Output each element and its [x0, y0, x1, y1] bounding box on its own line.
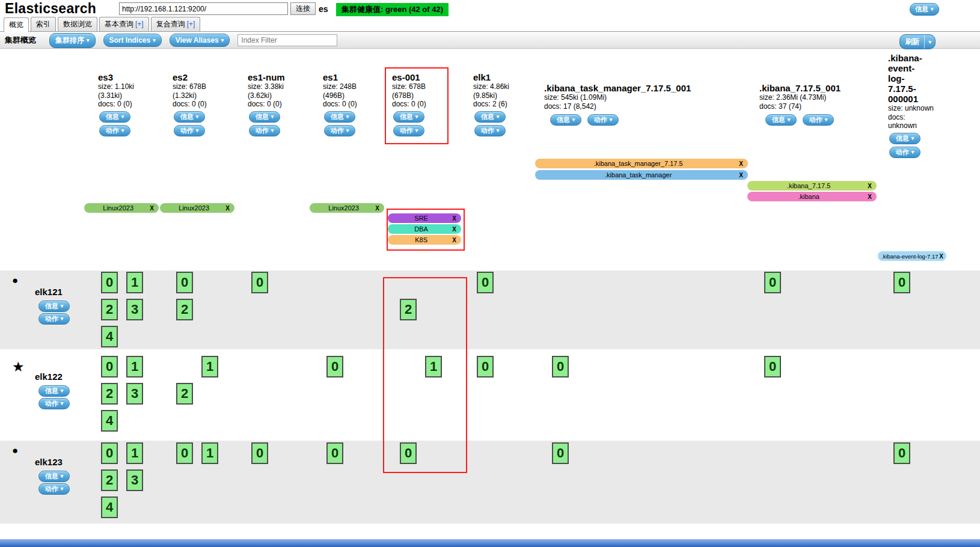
tab-structured-query[interactable]: 基本查询[+] [99, 17, 149, 31]
shard-es3-2[interactable]: 2 [101, 299, 118, 320]
shard-es3-1[interactable]: 1 [126, 442, 143, 464]
index-info-dropdown[interactable]: 信息▾ [174, 111, 205, 123]
cluster-sort-dropdown[interactable]: 集群排序 ▾ [49, 33, 96, 48]
index-action-dropdown[interactable]: 动作▾ [174, 125, 205, 136]
shard-es2-2[interactable]: 2 [176, 383, 193, 405]
shard-kibana-task-manager-7-17-5-001-0[interactable]: 0 [552, 356, 569, 377]
index-filter-input[interactable] [237, 34, 337, 46]
index-info-dropdown[interactable]: 信息▾ [889, 133, 920, 144]
alias-pill-k8s: K8SX [388, 235, 461, 245]
shard-es3-0[interactable]: 0 [101, 442, 118, 464]
shard-kibana-task-manager-7-17-5-001-0[interactable]: 0 [552, 442, 569, 464]
index-info-dropdown[interactable]: 信息▾ [393, 111, 424, 123]
index-info-dropdown[interactable]: 信息▾ [324, 111, 355, 123]
shard-elk1-0[interactable]: 0 [477, 272, 494, 293]
index-info-dropdown[interactable]: 信息▾ [765, 114, 797, 126]
url-input[interactable] [119, 2, 288, 15]
tab-indices[interactable]: 索引 [31, 17, 56, 31]
shard-es1-0[interactable]: 0 [326, 356, 343, 377]
shard-es3-3[interactable]: 3 [126, 299, 143, 320]
shard-es3-2[interactable]: 2 [101, 383, 118, 405]
index-action-dropdown[interactable]: 动作▾ [324, 125, 355, 136]
alias-remove-button[interactable]: X [739, 172, 743, 179]
node-action-dropdown[interactable]: 动作▾ [38, 313, 70, 325]
dropdown-caret-icon: ▾ [61, 304, 64, 309]
refresh-button[interactable]: 刷新 [900, 35, 924, 49]
alias-label: Linux2023 [160, 204, 224, 212]
shard-es2-0[interactable]: 0 [176, 442, 193, 464]
alias-remove-button[interactable]: X [868, 194, 872, 200]
node-info-dropdown-label: 信息 [45, 302, 58, 311]
node-action-dropdown[interactable]: 动作▾ [38, 483, 70, 495]
sort-indices-dropdown[interactable]: Sort Indices ▾ [103, 34, 162, 47]
index-action-dropdown-label: 动作 [180, 126, 194, 135]
tab-browser[interactable]: 数据浏览 [58, 17, 97, 31]
alias-remove-button[interactable]: X [939, 253, 943, 260]
index-info-dropdown-label: 信息 [106, 112, 119, 121]
alias-remove-button[interactable]: X [452, 226, 456, 233]
index-header-es-001: es-001size: 678B(678B)docs: 0 (0)信息▾动作▾ [392, 72, 461, 136]
view-aliases-label: View Aliases [176, 36, 219, 44]
shard-es1-num-0[interactable]: 0 [251, 442, 268, 464]
index-meta: docs: 0 (0) [323, 100, 392, 109]
shard-es3-0[interactable]: 0 [101, 356, 118, 377]
node-action-dropdown[interactable]: 动作▾ [38, 398, 70, 409]
shard-es3-4[interactable]: 4 [101, 410, 118, 432]
shard-es3-0[interactable]: 0 [101, 272, 118, 293]
index-meta: size: 2.36Mi (4.73Mi) [759, 93, 886, 102]
index-action-dropdown[interactable]: 动作▾ [249, 125, 280, 136]
shard-kibana-event-log-7-17-5-000001-0[interactable]: 0 [893, 272, 910, 293]
index-info-dropdown[interactable]: 信息▾ [249, 111, 280, 123]
shard-es3-4[interactable]: 4 [101, 497, 118, 518]
shard-kibana-7-17-5-001-0[interactable]: 0 [764, 272, 781, 293]
refresh-split-button[interactable]: 刷新 ▾ [899, 34, 936, 49]
node-info-dropdown[interactable]: 信息▾ [38, 471, 70, 482]
index-info-dropdown-label: 信息 [557, 115, 570, 124]
index-info-dropdown[interactable]: 信息▾ [474, 111, 506, 123]
shard-es3-3[interactable]: 3 [126, 469, 143, 491]
tab-overview[interactable]: 概览 [4, 17, 29, 32]
index-name: .kibana-event-log-7.17.5-000001 [888, 53, 945, 104]
index-action-dropdown[interactable]: 动作▾ [474, 125, 506, 136]
shard-es3-3[interactable]: 3 [126, 383, 143, 405]
shard-es2-1[interactable]: 1 [201, 442, 218, 464]
refresh-dropdown-button[interactable]: ▾ [924, 35, 935, 49]
index-meta: docs: 2 (6) [473, 100, 542, 109]
shard-kibana-7-17-5-001-0[interactable]: 0 [764, 356, 781, 377]
node-info-dropdown[interactable]: 信息▾ [38, 301, 70, 312]
shard-es2-1[interactable]: 1 [201, 356, 218, 377]
alias-remove-button[interactable]: X [452, 237, 456, 243]
view-aliases-dropdown[interactable]: View Aliases ▾ [170, 34, 230, 47]
index-info-dropdown[interactable]: 信息▾ [550, 114, 581, 126]
horizontal-scrollbar[interactable] [0, 539, 980, 547]
shard-es3-2[interactable]: 2 [101, 469, 118, 491]
shard-es-001-1[interactable]: 1 [425, 356, 442, 377]
shard-es-001-2[interactable]: 2 [400, 299, 417, 320]
shard-es-001-0[interactable]: 0 [400, 442, 417, 464]
header-info-dropdown[interactable]: 信息 ▾ [910, 3, 939, 16]
alias-remove-button[interactable]: X [150, 205, 154, 212]
alias-remove-button[interactable]: X [452, 215, 456, 222]
shard-es2-2[interactable]: 2 [176, 299, 193, 320]
shard-es1-num-0[interactable]: 0 [251, 272, 268, 293]
index-action-dropdown[interactable]: 动作▾ [889, 147, 920, 158]
alias-remove-button[interactable]: X [375, 205, 379, 212]
shard-es2-0[interactable]: 0 [176, 272, 193, 293]
connect-button[interactable]: 连接 [290, 2, 316, 15]
shard-es1-0[interactable]: 0 [326, 442, 343, 464]
index-action-dropdown[interactable]: 动作▾ [587, 114, 619, 126]
tab-any-request[interactable]: 复合查询[+] [151, 17, 201, 31]
shard-es3-4[interactable]: 4 [101, 326, 118, 347]
index-info-dropdown[interactable]: 信息▾ [99, 111, 130, 123]
shard-es3-1[interactable]: 1 [126, 272, 143, 293]
shard-kibana-event-log-7-17-5-000001-0[interactable]: 0 [893, 442, 910, 464]
index-action-dropdown[interactable]: 动作▾ [99, 125, 130, 136]
alias-remove-button[interactable]: X [225, 205, 230, 212]
shard-es3-1[interactable]: 1 [126, 356, 143, 377]
alias-remove-button[interactable]: X [868, 183, 872, 189]
index-action-dropdown[interactable]: 动作▾ [393, 125, 424, 136]
index-action-dropdown[interactable]: 动作▾ [803, 114, 834, 126]
shard-elk1-0[interactable]: 0 [477, 356, 494, 377]
node-info-dropdown[interactable]: 信息▾ [38, 385, 70, 397]
alias-remove-button[interactable]: X [739, 160, 743, 167]
